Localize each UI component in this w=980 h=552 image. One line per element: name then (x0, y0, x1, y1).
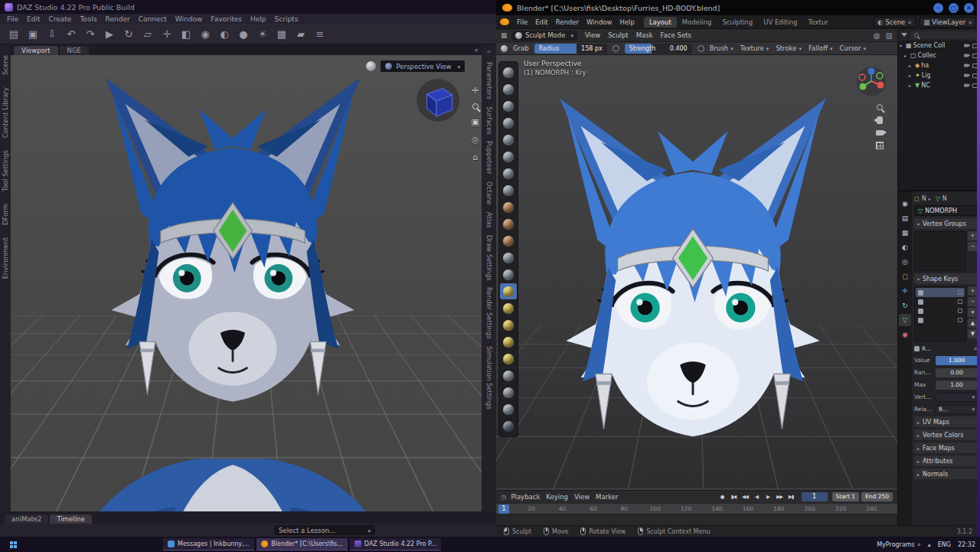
workspace-tab[interactable]: Textur (803, 17, 834, 28)
timeline-ruler[interactable]: 20406080100120140160180200220240 1 (496, 503, 897, 514)
minimize-button[interactable] (933, 3, 943, 13)
elastic-deform-brush-icon[interactable] (500, 300, 517, 316)
scale-tool-icon[interactable]: ▱ (142, 29, 154, 39)
aim-icon[interactable]: ◎ (472, 135, 479, 145)
filter-icon[interactable] (901, 33, 907, 37)
tool-popover[interactable]: Stroke (776, 44, 802, 52)
shape-key-row[interactable] (916, 306, 965, 315)
daz-dock-tab[interactable]: DForm (2, 204, 9, 225)
daz-menu-item[interactable]: Tools (76, 15, 100, 23)
daz-dock-tab[interactable]: Parameters (485, 62, 493, 100)
node-selection-icon[interactable]: ▶ (103, 29, 116, 39)
tool-popover[interactable]: Falloff (808, 44, 833, 52)
pose-brush-icon[interactable] (500, 351, 517, 367)
current-frame-marker[interactable]: 1 (498, 505, 509, 514)
next-keyframe-button[interactable]: ▶▶ (774, 494, 786, 500)
surface-selection-icon[interactable]: ◧ (180, 29, 192, 39)
xray-icon[interactable]: ▥ (886, 31, 893, 40)
camera-icon[interactable]: ◐ (218, 29, 230, 39)
workspace-tab[interactable]: Layout (644, 17, 677, 28)
unlink-icon[interactable] (907, 18, 912, 26)
expand-icon[interactable]: ▸ (904, 53, 909, 58)
viewport-menu-item[interactable]: View (582, 31, 603, 39)
editor-type-icon[interactable]: ▦ (501, 31, 507, 39)
crease-brush-icon[interactable] (500, 182, 517, 198)
daz-dock-tab[interactable]: Content Library (2, 87, 9, 138)
daz-dock-tab[interactable]: Tool Settings (2, 150, 9, 191)
daz-menu-item[interactable]: Render (102, 15, 134, 23)
strength-slider[interactable]: Strength 0.400 (625, 44, 692, 54)
import-icon[interactable]: ⇩ (46, 29, 58, 39)
rotate-tool-icon[interactable]: ↻ (122, 29, 135, 39)
draw-sharp-brush-icon[interactable] (500, 81, 517, 97)
move-view-icon[interactable] (877, 116, 883, 124)
draw-style-icon[interactable] (366, 61, 376, 71)
home-view-icon[interactable]: ⌂ (472, 152, 478, 162)
start-button[interactable] (5, 538, 21, 550)
redo-icon[interactable]: ↷ (84, 29, 96, 39)
open-icon[interactable]: ▤ (8, 29, 20, 39)
expand-icon[interactable]: ▸ (909, 83, 913, 88)
close-button[interactable] (964, 3, 974, 13)
blender-menu-logo-icon[interactable] (500, 18, 509, 25)
vertex-groups-list[interactable] (914, 231, 966, 271)
expand-icon[interactable]: ▸ (909, 73, 913, 78)
frame-start-field[interactable]: Start 1 (832, 492, 860, 501)
daz-menu-item[interactable]: Edit (23, 15, 44, 23)
daz-viewport-tab[interactable]: NGE (60, 46, 89, 55)
material-properties-icon[interactable]: ◉ (899, 328, 911, 341)
universal-tool-icon[interactable]: ✛ (161, 29, 173, 39)
range-max-field[interactable]: 1.00 (936, 381, 978, 390)
ortho-toggle-icon[interactable] (876, 142, 884, 149)
camera-selector[interactable]: Perspective View (381, 60, 465, 72)
mask-brush-icon[interactable] (500, 418, 517, 434)
outliner-row[interactable]: ▸ ▢ Collec (898, 51, 980, 60)
physics-properties-icon[interactable]: ↻ (899, 299, 911, 312)
outliner-row[interactable]: ▸ ▼ NC (898, 80, 980, 90)
blender-menu-item[interactable]: Render (552, 18, 583, 26)
overlays-icon[interactable]: ◍ (874, 31, 880, 40)
blender-3d-viewport[interactable]: User Perspective (1) NOMORPH : Kry (496, 55, 897, 490)
navigation-gizmo[interactable] (856, 66, 887, 96)
range-min-field[interactable]: 0.00 (936, 368, 978, 377)
world-properties-icon[interactable]: ◎ (899, 256, 911, 268)
object-properties-icon[interactable]: ◻ (899, 270, 911, 283)
taskbar-app-button[interactable]: Blender* [C:\Users\fis... (256, 538, 348, 550)
pinch-brush-icon[interactable] (500, 266, 517, 283)
shape-key-row[interactable] (916, 315, 965, 325)
lesson-selector[interactable]: Select a Lesson... (274, 525, 375, 535)
remove-view-layer-icon[interactable] (968, 18, 972, 26)
overflow-menu-icon[interactable]: ≡ (314, 29, 326, 39)
clay-strips-brush-icon[interactable] (500, 115, 517, 131)
zoom-icon[interactable] (877, 104, 883, 110)
radius-pressure-icon[interactable] (612, 45, 619, 52)
daz-menu-item[interactable]: Create (45, 15, 76, 23)
pan-icon[interactable]: ✛ (472, 86, 479, 96)
spot-render-icon[interactable]: ◉ (199, 29, 211, 39)
smooth-brush-icon[interactable] (500, 199, 517, 215)
jump-to-end-button[interactable]: ▶▮ (786, 494, 797, 500)
daz-menu-item[interactable]: Favorites (207, 15, 246, 23)
daz-viewport-tab[interactable]: Viewport (14, 46, 58, 55)
taskbar-app-button[interactable]: DAZ Studio 4.22 Pro P... (350, 538, 441, 550)
nudge-brush-icon[interactable] (500, 367, 517, 384)
daz-dock-tab[interactable]: Environment (2, 237, 9, 279)
tool-popover[interactable]: Brush (710, 44, 733, 52)
mute-checkbox[interactable] (958, 299, 962, 304)
disable-in-render-icon[interactable] (964, 73, 969, 77)
disable-in-render-icon[interactable] (964, 54, 969, 57)
mode-selector[interactable]: Sculpt Mode (511, 31, 577, 41)
outliner-search[interactable] (910, 31, 977, 39)
workspace-tab[interactable]: UV Editing (758, 17, 802, 28)
daz-3d-viewport[interactable]: Perspective View ✛ ▣ ◎ (11, 55, 482, 511)
daz-menu-item[interactable]: File (3, 15, 22, 23)
grab-brush-icon[interactable] (500, 283, 517, 299)
shape-key-row[interactable] (916, 288, 965, 297)
clock[interactable]: 22:32 (958, 541, 975, 548)
thumb-brush-icon[interactable] (500, 334, 517, 350)
flatten-brush-icon[interactable] (500, 216, 517, 232)
viewport-menu-item[interactable]: Sculpt (605, 31, 632, 39)
radius-slider[interactable]: Radius 158 px (534, 44, 607, 54)
properties-section-header[interactable]: ▸Vertex Colors (914, 430, 978, 440)
view-layer-selector[interactable]: ▦ ViewLayer (920, 17, 976, 28)
